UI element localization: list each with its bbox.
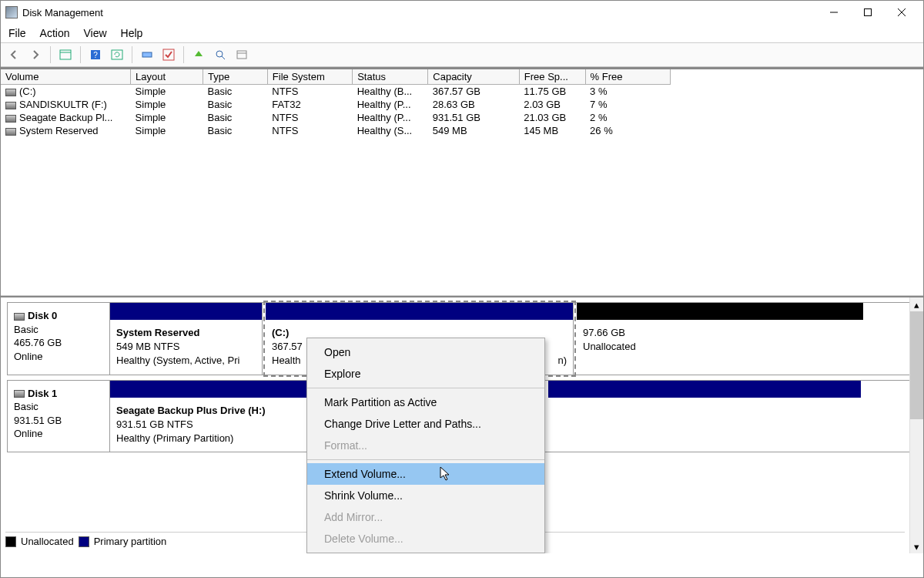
table-row[interactable]: System Reserved Simple Basic NTFS Health… xyxy=(1,124,671,137)
titlebar: Disk Management xyxy=(1,1,923,24)
disk-name: Disk 0 xyxy=(28,310,57,321)
scroll-up-icon[interactable]: ▴ xyxy=(910,297,923,311)
volume-free: 2.03 GB xyxy=(519,98,585,111)
volume-type: Basic xyxy=(203,98,268,111)
drive-icon xyxy=(5,115,16,123)
forward-button[interactable] xyxy=(27,46,44,63)
search-icon[interactable] xyxy=(212,46,229,63)
volume-filesystem: NTFS xyxy=(267,111,352,124)
table-row[interactable]: SANDISKULTR (F:) Simple Basic FAT32 Heal… xyxy=(1,98,671,111)
ctx-change-drive-letter[interactable]: Change Drive Letter and Paths... xyxy=(307,413,544,435)
refresh-icon[interactable] xyxy=(109,46,126,63)
partition-status: Healthy (System, Active, Pri xyxy=(116,354,256,368)
window-title: Disk Management xyxy=(22,7,103,18)
help-icon[interactable]: ? xyxy=(87,46,104,63)
ctx-explore[interactable]: Explore xyxy=(307,363,544,385)
scroll-down-icon[interactable]: ▾ xyxy=(910,539,923,553)
volume-name: SANDISKULTR (F:) xyxy=(19,99,107,110)
col-type[interactable]: Type xyxy=(203,69,268,85)
volume-layout: Simple xyxy=(131,111,203,124)
partition-size: 97.66 GB xyxy=(583,326,857,340)
disk-icon xyxy=(14,313,25,321)
svg-text:?: ? xyxy=(93,51,98,59)
app-icon xyxy=(5,6,18,18)
col-layout[interactable]: Layout xyxy=(131,69,203,85)
volume-free: 145 MB xyxy=(519,124,585,137)
ctx-add-mirror[interactable]: Add Mirror... xyxy=(307,506,544,528)
svg-rect-13 xyxy=(237,51,246,59)
partition-bar xyxy=(266,303,573,320)
volume-status: Healthy (S... xyxy=(353,124,428,137)
toolbar: ? xyxy=(1,42,923,67)
legend-primary-swatch xyxy=(79,536,89,547)
ctx-shrink-volume[interactable]: Shrink Volume... xyxy=(307,485,544,506)
partition-primary[interactable] xyxy=(548,381,861,452)
col-volume[interactable]: Volume xyxy=(1,69,131,85)
partition-status: Unallocated xyxy=(583,340,857,354)
legend-unallocated-swatch xyxy=(5,536,16,547)
disk-list-icon[interactable] xyxy=(139,46,156,63)
show-hide-console-tree-icon[interactable] xyxy=(57,46,74,63)
volume-pct-free: 2 % xyxy=(585,111,670,124)
close-button[interactable] xyxy=(885,1,919,24)
table-row[interactable]: (C:) Simple Basic NTFS Healthy (B... 367… xyxy=(1,85,671,99)
volume-pct-free: 26 % xyxy=(585,124,670,137)
volume-free: 21.03 GB xyxy=(519,111,585,124)
col-status[interactable]: Status xyxy=(353,69,428,85)
back-button[interactable] xyxy=(5,46,22,63)
volume-status: Healthy (B... xyxy=(353,85,428,99)
volume-type: Basic xyxy=(203,85,268,99)
ctx-extend-volume[interactable]: Extend Volume... xyxy=(307,463,544,485)
scroll-thumb[interactable] xyxy=(910,311,923,419)
volume-capacity: 931.51 GB xyxy=(428,111,520,124)
ctx-delete-volume[interactable]: Delete Volume... xyxy=(307,528,544,549)
ctx-open[interactable]: Open xyxy=(307,341,544,363)
legend-unallocated-label: Unallocated xyxy=(21,536,74,547)
volume-status: Healthy (P... xyxy=(353,111,428,124)
disk-info[interactable]: Disk 0 Basic 465.76 GB Online xyxy=(8,303,110,375)
disk-info[interactable]: Disk 1 Basic 931.51 GB Online xyxy=(8,381,110,452)
drive-icon xyxy=(5,102,16,109)
volume-capacity: 549 MB xyxy=(428,124,520,137)
volume-name: Seagate Backup Pl... xyxy=(19,112,112,123)
menu-file[interactable]: File xyxy=(8,27,26,39)
volume-layout: Simple xyxy=(131,98,203,111)
action-up-icon[interactable] xyxy=(190,46,207,63)
menubar: File Action View Help xyxy=(1,24,923,42)
volume-table[interactable]: Volume Layout Type File System Status Ca… xyxy=(1,69,671,137)
volume-status: Healthy (P... xyxy=(353,98,428,111)
volume-filesystem: NTFS xyxy=(267,124,352,137)
toolbar-divider xyxy=(80,46,81,63)
col-filesystem[interactable]: File System xyxy=(267,69,352,85)
menu-action[interactable]: Action xyxy=(40,27,70,39)
checked-list-icon[interactable] xyxy=(160,46,177,63)
toolbar-divider xyxy=(132,46,132,63)
ctx-format[interactable]: Format... xyxy=(307,435,544,456)
properties-icon[interactable] xyxy=(233,46,250,63)
svg-line-12 xyxy=(222,56,225,59)
col-percent-free[interactable]: % Free xyxy=(585,69,670,85)
volume-name: (C:) xyxy=(19,86,36,97)
vertical-scrollbar[interactable]: ▴ ▾ xyxy=(909,297,923,553)
col-free-space[interactable]: Free Sp... xyxy=(519,69,585,85)
toolbar-divider xyxy=(50,46,51,63)
maximize-button[interactable] xyxy=(851,1,885,24)
volume-filesystem: NTFS xyxy=(267,85,352,99)
col-capacity[interactable]: Capacity xyxy=(428,69,520,85)
partition-bar xyxy=(548,381,861,398)
partition-unallocated[interactable]: 97.66 GB Unallocated xyxy=(577,303,863,375)
minimize-button[interactable] xyxy=(817,1,851,24)
ctx-mark-active[interactable]: Mark Partition as Active xyxy=(307,391,544,413)
volume-type: Basic xyxy=(203,124,268,137)
svg-point-11 xyxy=(216,51,223,57)
disk-size: 465.76 GB xyxy=(14,336,103,350)
disk-type: Basic xyxy=(14,323,103,337)
table-row[interactable]: Seagate Backup Pl... Simple Basic NTFS H… xyxy=(1,111,671,124)
menu-help[interactable]: Help xyxy=(121,27,143,39)
svg-rect-1 xyxy=(865,9,872,16)
volume-layout: Simple xyxy=(131,85,203,99)
volume-pct-free: 3 % xyxy=(585,85,670,99)
volume-name: System Reserved xyxy=(19,125,99,136)
menu-view[interactable]: View xyxy=(83,27,106,39)
partition-primary[interactable]: System Reserved 549 MB NTFS Healthy (Sys… xyxy=(110,303,263,375)
